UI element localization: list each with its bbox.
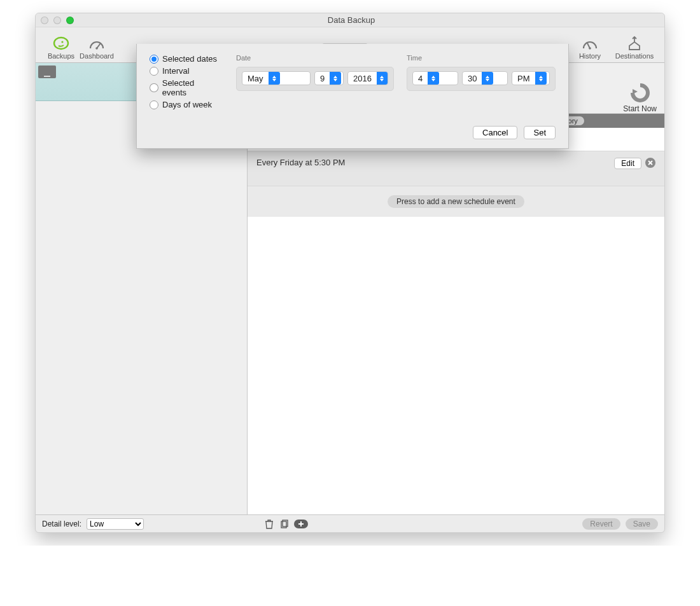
trash-icon[interactable] (263, 518, 275, 530)
toolbar-destinations[interactable]: Destinations (612, 36, 657, 60)
schedule-editor-sheet: Selected dates Interval Selected events … (136, 44, 569, 149)
year-select[interactable]: 2016 (347, 71, 388, 85)
svg-point-0 (54, 38, 68, 49)
month-value: May (242, 74, 269, 83)
radio-selected-events[interactable]: Selected events (150, 78, 220, 97)
duplicate-icon[interactable] (279, 518, 290, 530)
hour-select[interactable]: 4 (412, 71, 458, 85)
delete-event-button[interactable] (645, 158, 655, 168)
minute-select[interactable]: 30 (462, 71, 508, 85)
toolbar-history-label: History (579, 52, 601, 60)
radio-interval[interactable]: Interval (150, 66, 220, 76)
day-select[interactable]: 9 (314, 71, 344, 85)
hour-value: 4 (413, 74, 428, 83)
time-group-label: Time (407, 54, 556, 62)
ampm-select[interactable]: PM (512, 71, 550, 85)
year-value: 2016 (348, 74, 377, 83)
window-zoom-button[interactable] (66, 17, 74, 24)
backups-icon (52, 36, 70, 51)
day-value: 9 (315, 74, 330, 83)
radio-selected-events-label: Selected events (162, 78, 220, 97)
month-select[interactable]: May (242, 71, 311, 85)
schedule-event-label: Every Friday at 5:30 PM (256, 158, 614, 167)
history-icon (581, 36, 599, 51)
revert-button[interactable]: Revert (582, 518, 620, 530)
detail-level-select[interactable]: Low (87, 518, 144, 530)
toolbar-dashboard-label: Dashboard (80, 52, 114, 60)
toolbar-dashboard[interactable]: Dashboard (79, 36, 115, 60)
footer: Detail level: Low Revert Save (36, 514, 664, 532)
radio-days-of-week[interactable]: Days of week (150, 100, 220, 109)
radio-icon (150, 83, 158, 92)
toolbar-backups[interactable]: Backups (43, 36, 79, 60)
window-minimize-button[interactable] (53, 17, 61, 24)
drive-icon (38, 65, 56, 78)
detail-level-label: Detail level: (42, 520, 81, 528)
cancel-button[interactable]: Cancel (473, 126, 517, 139)
svg-point-3 (95, 47, 98, 50)
radio-icon (150, 67, 158, 76)
app-window: Data Backup Backups Dashboard (35, 13, 665, 533)
destinations-icon (626, 36, 643, 51)
start-now-icon (629, 83, 652, 103)
titlebar: Data Backup (36, 13, 664, 27)
radio-days-of-week-label: Days of week (162, 100, 212, 109)
window-close-button[interactable] (41, 17, 48, 24)
save-button[interactable]: Save (626, 518, 658, 530)
add-icon[interactable] (294, 520, 308, 528)
schedule-event-row: Every Friday at 5:30 PM Edit (248, 151, 664, 186)
close-icon (647, 160, 654, 166)
toolbar-destinations-label: Destinations (615, 52, 654, 60)
radio-interval-label: Interval (162, 66, 190, 76)
radio-selected-dates-label: Selected dates (162, 54, 217, 64)
minute-value: 30 (463, 74, 482, 83)
toolbar-history[interactable]: History (568, 36, 612, 60)
start-now-label: Start Now (623, 104, 657, 113)
dashboard-icon (88, 36, 106, 51)
ampm-value: PM (512, 74, 535, 83)
edit-event-button[interactable]: Edit (614, 158, 641, 169)
svg-point-5 (589, 47, 591, 50)
toolbar-backups-label: Backups (48, 52, 74, 60)
svg-point-1 (61, 41, 63, 43)
start-now-button[interactable]: Start Now (623, 83, 657, 113)
date-group-label: Date (236, 54, 394, 62)
radio-selected-dates[interactable]: Selected dates (150, 54, 220, 64)
set-button[interactable]: Set (524, 126, 556, 139)
add-schedule-event-button[interactable]: Press to add a new schedule event (388, 195, 524, 208)
radio-icon (150, 55, 158, 64)
window-title: Data Backup (74, 15, 629, 25)
radio-icon (150, 100, 158, 109)
